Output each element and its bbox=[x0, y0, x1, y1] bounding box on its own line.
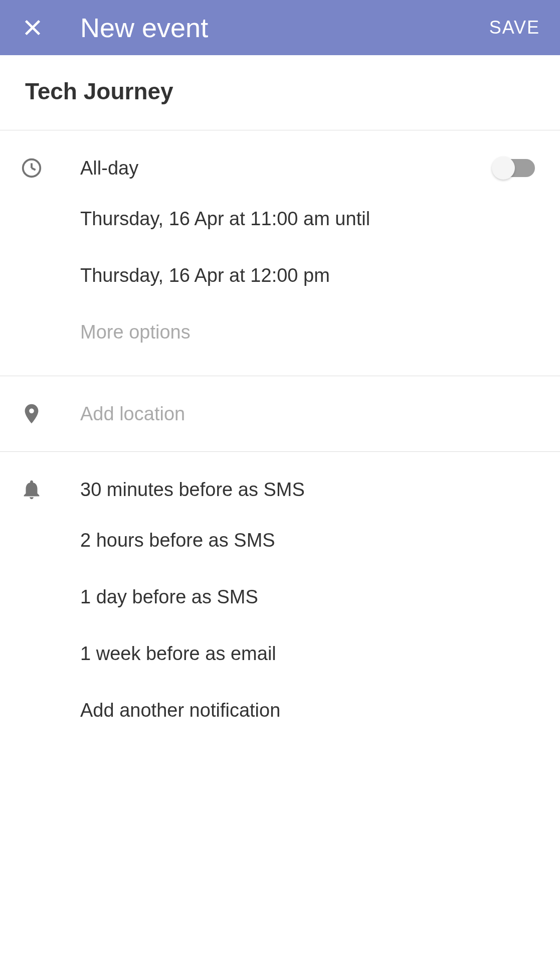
clock-icon bbox=[20, 156, 43, 180]
event-title-input[interactable] bbox=[25, 78, 535, 105]
start-time-row[interactable]: Thursday, 16 Apr at 11:00 am until bbox=[0, 191, 560, 247]
close-button[interactable] bbox=[20, 15, 45, 40]
location-icon bbox=[20, 402, 43, 425]
save-button[interactable]: SAVE bbox=[489, 17, 540, 38]
add-notification-row[interactable]: Add another notification bbox=[0, 682, 560, 739]
notification-row-1[interactable]: 2 hours before as SMS bbox=[0, 512, 560, 569]
toggle-knob bbox=[492, 156, 515, 180]
allday-toggle[interactable] bbox=[495, 159, 535, 177]
close-icon bbox=[21, 16, 44, 39]
end-time-row[interactable]: Thursday, 16 Apr at 12:00 pm bbox=[0, 247, 560, 304]
location-row[interactable]: Add location bbox=[0, 391, 560, 436]
page-title: New event bbox=[80, 12, 489, 43]
more-options-row[interactable]: More options bbox=[0, 304, 560, 361]
location-placeholder: Add location bbox=[80, 403, 540, 425]
location-section: Add location bbox=[0, 376, 560, 452]
allday-row: All-day bbox=[0, 145, 560, 191]
title-section bbox=[0, 55, 560, 130]
time-section: All-day Thursday, 16 Apr at 11:00 am unt… bbox=[0, 130, 560, 376]
allday-label: All-day bbox=[80, 157, 490, 179]
notification-row-2[interactable]: 1 day before as SMS bbox=[0, 569, 560, 625]
notification-label: 30 minutes before as SMS bbox=[80, 479, 540, 501]
bell-icon bbox=[20, 478, 43, 501]
svg-line-4 bbox=[32, 168, 36, 170]
header: New event SAVE bbox=[0, 0, 560, 55]
notification-row-0[interactable]: 30 minutes before as SMS bbox=[0, 467, 560, 512]
notification-row-3[interactable]: 1 week before as email bbox=[0, 625, 560, 682]
notifications-section: 30 minutes before as SMS 2 hours before … bbox=[0, 452, 560, 754]
